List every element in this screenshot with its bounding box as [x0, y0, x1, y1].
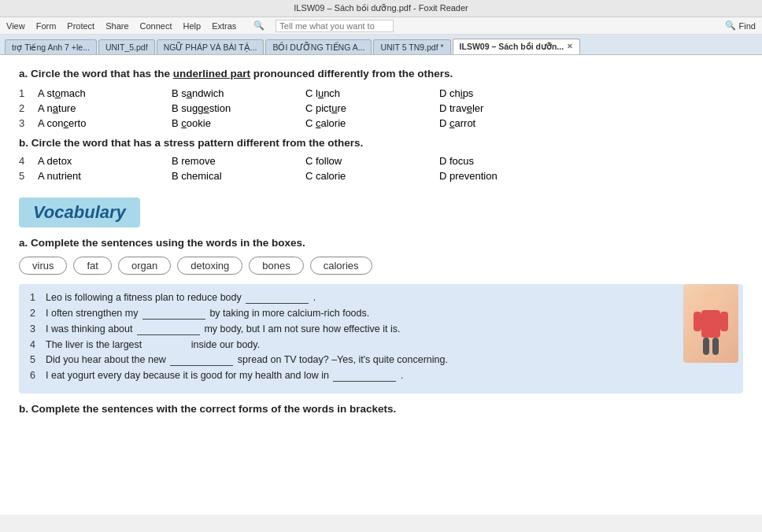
q1-c: C lunch — [305, 87, 431, 99]
menu-share[interactable]: Share — [105, 21, 128, 31]
question-1-row: 1 A stomach B sandwich C lunch D chips — [19, 87, 743, 99]
tab-1[interactable]: UNIT_5.pdf — [98, 39, 155, 54]
q2-a: A nature — [38, 102, 164, 114]
s5-blank — [170, 354, 233, 366]
tab-0[interactable]: trợ Tiếng Anh 7 +le... — [5, 39, 97, 54]
q4-a: A detox — [38, 155, 164, 167]
q1-a: A stomach — [38, 87, 164, 99]
s4-text: The liver is the largest inside our body… — [46, 339, 732, 350]
tab-close-button[interactable]: ✕ — [567, 42, 573, 50]
q3-num: 3 — [19, 117, 30, 129]
q5-num: 5 — [19, 170, 30, 182]
s1-num: 1 — [30, 292, 41, 303]
q3-d: D carrot — [439, 117, 565, 129]
sentence-2: 2 I often strengthen my by taking in mor… — [30, 308, 732, 320]
s1-blank — [246, 292, 309, 304]
svg-rect-3 — [720, 312, 728, 331]
q5-a: A nutrient — [38, 170, 164, 182]
q4-d: D focus — [439, 155, 565, 167]
sentence-5: 5 Did you hear about the new spread on T… — [30, 354, 732, 366]
tab-2[interactable]: NGỮ PHÁP VÀ BÀI TẬ... — [157, 39, 264, 54]
find-icon: 🔍 — [725, 20, 736, 31]
title-text: ILSW09 – Sách bồi dưỡng.pdf - Foxit Read… — [294, 3, 468, 13]
q1-b: B sandwich — [172, 87, 298, 99]
svg-rect-2 — [694, 312, 701, 331]
find-label[interactable]: Find — [739, 21, 756, 31]
q4-c: C follow — [305, 155, 431, 167]
search-icon: 🔍 — [253, 20, 264, 31]
q1-num: 1 — [19, 87, 30, 99]
menu-extras[interactable]: Extras — [212, 21, 236, 31]
svg-rect-1 — [701, 310, 720, 338]
q4-b: B remove — [172, 155, 298, 167]
tab-3[interactable]: BỒI DƯỠNG TIẾNG A... — [265, 39, 372, 54]
section-a-title: a. Circle the word that has the underlin… — [19, 68, 743, 79]
s2-num: 2 — [30, 308, 41, 319]
section-c-title: b. Complete the sentences with the corre… — [19, 403, 743, 415]
s1-text: Leo is following a fitness plan to reduc… — [46, 292, 732, 304]
section-b-title: b. Circle the word that has a stress pat… — [19, 137, 743, 149]
s6-blank — [333, 370, 396, 382]
section-a: a. Circle the word that has the underlin… — [19, 68, 743, 129]
tab-active[interactable]: ILSW09 – Sách bồi dưỡn... ✕ — [453, 39, 580, 54]
content-area: a. Circle the word that has the underlin… — [0, 55, 762, 515]
title-bar: ILSW09 – Sách bồi dưỡng.pdf - Foxit Read… — [0, 0, 762, 17]
question-5-row: 5 A nutrient B chemical C calorie D prev… — [19, 170, 743, 182]
question-3-row: 3 A concerto B cookie C calorie D carrot — [19, 117, 743, 129]
menu-connect[interactable]: Connect — [140, 21, 172, 31]
s6-num: 6 — [30, 370, 41, 381]
vocab-instruction: a. Complete the sentences using the word… — [19, 237, 743, 249]
person-illustration — [683, 284, 738, 363]
q2-c: C picture — [305, 102, 431, 114]
search-input[interactable] — [276, 20, 394, 32]
word-box-bones: bones — [249, 257, 303, 275]
menu-protect[interactable]: Protect — [67, 21, 94, 31]
word-box-virus: virus — [19, 257, 67, 275]
q5-b: B chemical — [172, 170, 298, 182]
sentences-block: 1 Leo is following a fitness plan to red… — [19, 284, 743, 393]
s3-blank — [137, 323, 200, 335]
s4-num: 4 — [30, 339, 41, 350]
q3-c: C calorie — [305, 117, 431, 129]
active-tab-label: ILSW09 – Sách bồi dưỡn... — [460, 42, 564, 51]
tab-4[interactable]: UNIT 5 TN9.pdf * — [373, 39, 450, 54]
q2-d: D traveler — [439, 102, 565, 114]
tabs-bar: trợ Tiếng Anh 7 +le... UNIT_5.pdf NGỮ PH… — [0, 35, 762, 55]
q1-d: D chips — [439, 87, 565, 99]
s3-num: 3 — [30, 323, 41, 334]
svg-rect-4 — [703, 338, 709, 355]
vocabulary-header: Vocabulary — [19, 198, 140, 227]
menu-view[interactable]: View — [6, 21, 25, 31]
q2-num: 2 — [19, 102, 30, 114]
q4-num: 4 — [19, 155, 30, 167]
word-box-organ: organ — [118, 257, 171, 275]
s6-text: I eat yogurt every day because it is goo… — [46, 370, 732, 382]
menu-bar: View Form Protect Share Connect Help Ext… — [0, 17, 762, 35]
q3-a: A concerto — [38, 117, 164, 129]
menu-form[interactable]: Form — [36, 21, 57, 31]
s5-text: Did you hear about the new spread on TV … — [46, 354, 732, 366]
section-b: b. Circle the word that has a stress pat… — [19, 137, 743, 182]
q3-b: B cookie — [172, 117, 298, 129]
vocabulary-title: Vocabulary — [33, 202, 126, 222]
word-box-calories: calories — [310, 257, 372, 275]
s3-text: I was thinking about my body, but I am n… — [46, 323, 732, 335]
question-2-row: 2 A nature B suggestion C picture D trav… — [19, 102, 743, 114]
sentence-6: 6 I eat yogurt every day because it is g… — [30, 370, 732, 382]
question-4-row: 4 A detox B remove C follow D focus — [19, 155, 743, 167]
sentence-4: 4 The liver is the largest inside our bo… — [30, 339, 732, 350]
svg-point-0 — [701, 290, 720, 309]
svg-rect-5 — [712, 338, 719, 355]
word-box-detoxing: detoxing — [177, 257, 242, 275]
sentence-1: 1 Leo is following a fitness plan to red… — [30, 292, 732, 304]
q2-b: B suggestion — [172, 102, 298, 114]
q5-d: D prevention — [439, 170, 565, 182]
word-boxes: virus fat organ detoxing bones calories — [19, 257, 743, 275]
sentence-3: 3 I was thinking about my body, but I am… — [30, 323, 732, 335]
s5-num: 5 — [30, 354, 41, 365]
s2-text: I often strengthen my by taking in more … — [46, 308, 732, 320]
q5-c: C calorie — [305, 170, 431, 182]
menu-help[interactable]: Help — [183, 21, 202, 31]
s2-blank — [142, 308, 205, 320]
word-box-fat: fat — [73, 257, 111, 275]
